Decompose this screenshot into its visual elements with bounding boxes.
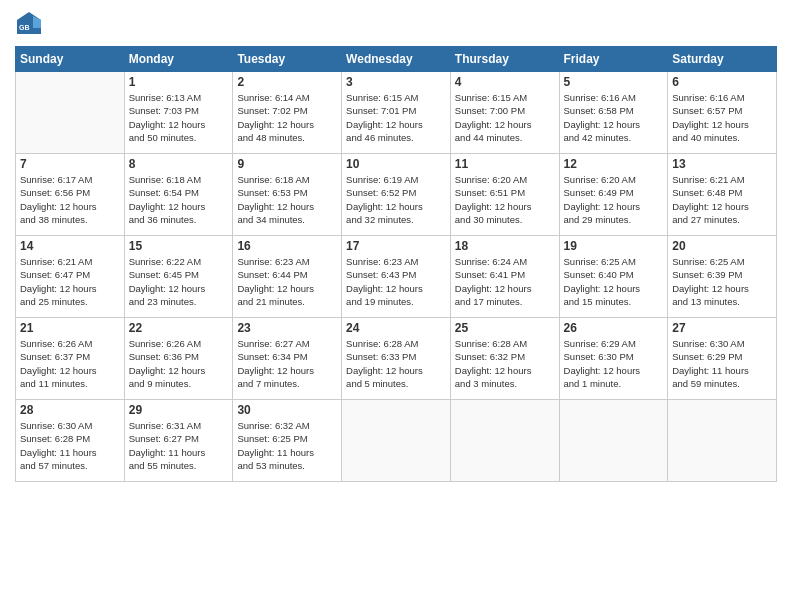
day-number: 6: [672, 75, 772, 89]
day-info: Sunrise: 6:18 AM Sunset: 6:53 PM Dayligh…: [237, 173, 337, 226]
day-info: Sunrise: 6:30 AM Sunset: 6:29 PM Dayligh…: [672, 337, 772, 390]
calendar-cell: 27Sunrise: 6:30 AM Sunset: 6:29 PM Dayli…: [668, 318, 777, 400]
day-info: Sunrise: 6:24 AM Sunset: 6:41 PM Dayligh…: [455, 255, 555, 308]
day-info: Sunrise: 6:31 AM Sunset: 6:27 PM Dayligh…: [129, 419, 229, 472]
calendar-cell: 11Sunrise: 6:20 AM Sunset: 6:51 PM Dayli…: [450, 154, 559, 236]
day-number: 25: [455, 321, 555, 335]
day-info: Sunrise: 6:13 AM Sunset: 7:03 PM Dayligh…: [129, 91, 229, 144]
day-number: 30: [237, 403, 337, 417]
day-info: Sunrise: 6:21 AM Sunset: 6:48 PM Dayligh…: [672, 173, 772, 226]
day-info: Sunrise: 6:26 AM Sunset: 6:36 PM Dayligh…: [129, 337, 229, 390]
calendar-cell: [668, 400, 777, 482]
day-info: Sunrise: 6:14 AM Sunset: 7:02 PM Dayligh…: [237, 91, 337, 144]
header: GB: [15, 10, 777, 38]
calendar-cell: 8Sunrise: 6:18 AM Sunset: 6:54 PM Daylig…: [124, 154, 233, 236]
calendar-cell: 9Sunrise: 6:18 AM Sunset: 6:53 PM Daylig…: [233, 154, 342, 236]
day-info: Sunrise: 6:23 AM Sunset: 6:44 PM Dayligh…: [237, 255, 337, 308]
day-number: 27: [672, 321, 772, 335]
calendar-cell: 22Sunrise: 6:26 AM Sunset: 6:36 PM Dayli…: [124, 318, 233, 400]
calendar-cell: 3Sunrise: 6:15 AM Sunset: 7:01 PM Daylig…: [342, 72, 451, 154]
calendar-cell: 4Sunrise: 6:15 AM Sunset: 7:00 PM Daylig…: [450, 72, 559, 154]
calendar-cell: 26Sunrise: 6:29 AM Sunset: 6:30 PM Dayli…: [559, 318, 668, 400]
day-number: 18: [455, 239, 555, 253]
day-info: Sunrise: 6:28 AM Sunset: 6:33 PM Dayligh…: [346, 337, 446, 390]
day-number: 21: [20, 321, 120, 335]
day-number: 16: [237, 239, 337, 253]
day-number: 4: [455, 75, 555, 89]
calendar-cell: 1Sunrise: 6:13 AM Sunset: 7:03 PM Daylig…: [124, 72, 233, 154]
col-header-saturday: Saturday: [668, 47, 777, 72]
day-number: 17: [346, 239, 446, 253]
day-number: 8: [129, 157, 229, 171]
day-number: 9: [237, 157, 337, 171]
day-info: Sunrise: 6:16 AM Sunset: 6:58 PM Dayligh…: [564, 91, 664, 144]
calendar-cell: 28Sunrise: 6:30 AM Sunset: 6:28 PM Dayli…: [16, 400, 125, 482]
day-info: Sunrise: 6:26 AM Sunset: 6:37 PM Dayligh…: [20, 337, 120, 390]
calendar-cell: 23Sunrise: 6:27 AM Sunset: 6:34 PM Dayli…: [233, 318, 342, 400]
day-info: Sunrise: 6:22 AM Sunset: 6:45 PM Dayligh…: [129, 255, 229, 308]
day-info: Sunrise: 6:15 AM Sunset: 7:00 PM Dayligh…: [455, 91, 555, 144]
col-header-wednesday: Wednesday: [342, 47, 451, 72]
col-header-friday: Friday: [559, 47, 668, 72]
day-info: Sunrise: 6:18 AM Sunset: 6:54 PM Dayligh…: [129, 173, 229, 226]
col-header-thursday: Thursday: [450, 47, 559, 72]
day-number: 12: [564, 157, 664, 171]
day-info: Sunrise: 6:25 AM Sunset: 6:39 PM Dayligh…: [672, 255, 772, 308]
day-number: 3: [346, 75, 446, 89]
calendar-cell: 24Sunrise: 6:28 AM Sunset: 6:33 PM Dayli…: [342, 318, 451, 400]
calendar-cell: 10Sunrise: 6:19 AM Sunset: 6:52 PM Dayli…: [342, 154, 451, 236]
calendar-cell: 13Sunrise: 6:21 AM Sunset: 6:48 PM Dayli…: [668, 154, 777, 236]
calendar-cell: 30Sunrise: 6:32 AM Sunset: 6:25 PM Dayli…: [233, 400, 342, 482]
calendar-week-5: 28Sunrise: 6:30 AM Sunset: 6:28 PM Dayli…: [16, 400, 777, 482]
day-number: 14: [20, 239, 120, 253]
calendar-cell: 12Sunrise: 6:20 AM Sunset: 6:49 PM Dayli…: [559, 154, 668, 236]
day-info: Sunrise: 6:27 AM Sunset: 6:34 PM Dayligh…: [237, 337, 337, 390]
day-number: 15: [129, 239, 229, 253]
calendar-cell: [559, 400, 668, 482]
calendar-cell: 15Sunrise: 6:22 AM Sunset: 6:45 PM Dayli…: [124, 236, 233, 318]
calendar-week-3: 14Sunrise: 6:21 AM Sunset: 6:47 PM Dayli…: [16, 236, 777, 318]
day-number: 5: [564, 75, 664, 89]
calendar-cell: 5Sunrise: 6:16 AM Sunset: 6:58 PM Daylig…: [559, 72, 668, 154]
day-info: Sunrise: 6:21 AM Sunset: 6:47 PM Dayligh…: [20, 255, 120, 308]
day-number: 23: [237, 321, 337, 335]
day-info: Sunrise: 6:20 AM Sunset: 6:49 PM Dayligh…: [564, 173, 664, 226]
calendar-cell: [16, 72, 125, 154]
day-number: 10: [346, 157, 446, 171]
calendar-week-1: 1Sunrise: 6:13 AM Sunset: 7:03 PM Daylig…: [16, 72, 777, 154]
col-header-tuesday: Tuesday: [233, 47, 342, 72]
day-info: Sunrise: 6:30 AM Sunset: 6:28 PM Dayligh…: [20, 419, 120, 472]
calendar-cell: [450, 400, 559, 482]
day-info: Sunrise: 6:15 AM Sunset: 7:01 PM Dayligh…: [346, 91, 446, 144]
calendar-cell: 25Sunrise: 6:28 AM Sunset: 6:32 PM Dayli…: [450, 318, 559, 400]
calendar-week-4: 21Sunrise: 6:26 AM Sunset: 6:37 PM Dayli…: [16, 318, 777, 400]
calendar-cell: 6Sunrise: 6:16 AM Sunset: 6:57 PM Daylig…: [668, 72, 777, 154]
day-number: 26: [564, 321, 664, 335]
day-info: Sunrise: 6:16 AM Sunset: 6:57 PM Dayligh…: [672, 91, 772, 144]
day-number: 24: [346, 321, 446, 335]
col-header-monday: Monday: [124, 47, 233, 72]
svg-text:GB: GB: [19, 24, 30, 31]
calendar-cell: 29Sunrise: 6:31 AM Sunset: 6:27 PM Dayli…: [124, 400, 233, 482]
day-info: Sunrise: 6:20 AM Sunset: 6:51 PM Dayligh…: [455, 173, 555, 226]
day-info: Sunrise: 6:25 AM Sunset: 6:40 PM Dayligh…: [564, 255, 664, 308]
day-info: Sunrise: 6:28 AM Sunset: 6:32 PM Dayligh…: [455, 337, 555, 390]
calendar-cell: 16Sunrise: 6:23 AM Sunset: 6:44 PM Dayli…: [233, 236, 342, 318]
logo-icon: GB: [15, 10, 43, 38]
day-number: 19: [564, 239, 664, 253]
calendar-cell: 20Sunrise: 6:25 AM Sunset: 6:39 PM Dayli…: [668, 236, 777, 318]
calendar-cell: 2Sunrise: 6:14 AM Sunset: 7:02 PM Daylig…: [233, 72, 342, 154]
calendar-header-row: SundayMondayTuesdayWednesdayThursdayFrid…: [16, 47, 777, 72]
calendar-cell: 19Sunrise: 6:25 AM Sunset: 6:40 PM Dayli…: [559, 236, 668, 318]
calendar-cell: 17Sunrise: 6:23 AM Sunset: 6:43 PM Dayli…: [342, 236, 451, 318]
calendar-cell: [342, 400, 451, 482]
col-header-sunday: Sunday: [16, 47, 125, 72]
day-number: 2: [237, 75, 337, 89]
calendar-table: SundayMondayTuesdayWednesdayThursdayFrid…: [15, 46, 777, 482]
calendar-cell: 18Sunrise: 6:24 AM Sunset: 6:41 PM Dayli…: [450, 236, 559, 318]
day-info: Sunrise: 6:32 AM Sunset: 6:25 PM Dayligh…: [237, 419, 337, 472]
day-number: 13: [672, 157, 772, 171]
day-number: 28: [20, 403, 120, 417]
day-info: Sunrise: 6:23 AM Sunset: 6:43 PM Dayligh…: [346, 255, 446, 308]
day-number: 11: [455, 157, 555, 171]
